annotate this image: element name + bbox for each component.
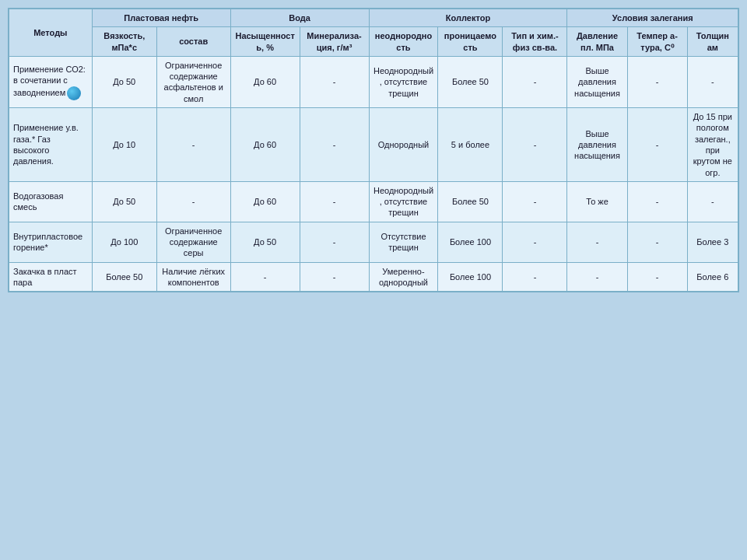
thickness-cell: Более 3 [687,222,738,262]
table-row: Закачка в пласт параБолее 50Наличие лёгк… [9,262,738,292]
method-cell: Закачка в пласт пара [9,262,93,292]
type-cell: - [503,222,567,262]
table-row: Водогазовая смесьДо 50-До 60-Неоднородны… [9,181,738,222]
conditions-group-header: Условия залегания [567,9,738,27]
thickness-cell: До 15 при пологом залеган., при крутом н… [687,108,738,182]
thickness-cell: Более 6 [687,262,738,292]
data-table: Методы Пластовая нефть Вода Коллектор Ус… [9,9,738,292]
type-cell: - [503,181,567,222]
permeability-cell: Более 100 [438,222,503,262]
type-cell: - [503,262,567,292]
saturation-cell: До 60 [230,56,300,107]
temperature-header: Темпер а-тура, С⁰ [627,27,687,57]
heterogeneity-cell: Умеренно-однородный [369,262,438,292]
mineralization-cell: - [300,181,369,222]
composition-cell: - [156,181,230,222]
info-circle-icon[interactable] [67,86,81,100]
pressure-cell: Выше давления насыщения [567,56,627,107]
thickness-cell: - [687,181,738,222]
temperature-cell: - [627,262,687,292]
temperature-cell: - [627,108,687,182]
saturation-cell: До 50 [230,222,300,262]
table-row: Внутрипластовое горение*До 100Ограниченн… [9,222,738,262]
composition-cell: Ограниченное содержание серы [156,222,230,262]
method-cell: Применение СО2: в сочетании с заводнение… [9,56,93,107]
heterogeneity-header: неоднородность [369,27,438,57]
table-row: Применение у.в. газа.* Газ высокого давл… [9,108,738,182]
temperature-cell: - [627,56,687,107]
pressure-cell: То же [567,181,627,222]
viscosity-cell: До 50 [92,181,156,222]
composition-cell: Наличие лёгких компонентов [156,262,230,292]
viscosity-header: Вязкость, мПа*с [92,27,156,57]
mineralization-cell: - [300,262,369,292]
collector-group-header: Коллектор [369,9,567,27]
viscosity-cell: Более 50 [92,262,156,292]
table-body: Применение СО2: в сочетании с заводнение… [9,56,738,291]
saturation-cell: До 60 [230,181,300,222]
mineralization-cell: - [300,222,369,262]
methods-header: Методы [9,9,93,57]
composition-cell: - [156,108,230,182]
permeability-cell: 5 и более [438,108,503,182]
temperature-cell: - [627,181,687,222]
method-cell: Внутрипластовое горение* [9,222,93,262]
heterogeneity-cell: Неоднородный, отсутствие трещин [369,56,438,107]
type-cell: - [503,108,567,182]
method-cell: Водогазовая смесь [9,181,93,222]
viscosity-cell: До 50 [92,56,156,107]
pressure-cell: Выше давления насыщения [567,108,627,182]
composition-header: состав [156,27,230,57]
thickness-header: Толщин ам [687,27,738,57]
header-row-1: Методы Пластовая нефть Вода Коллектор Ус… [9,9,738,27]
mineralization-header: Минерализа-ция, г/м³ [300,27,369,57]
method-cell: Применение у.в. газа.* Газ высокого давл… [9,108,93,182]
thickness-cell: - [687,56,738,107]
heterogeneity-cell: Отсутствие трещин [369,222,438,262]
composition-cell: Ограниченное содержание асфальтенов и см… [156,56,230,107]
temperature-cell: - [627,222,687,262]
water-group-header: Вода [230,9,369,27]
saturation-header: Насыщенность, % [230,27,300,57]
permeability-cell: Более 100 [438,262,503,292]
heterogeneity-cell: Однородный [369,108,438,182]
type-cell: - [503,56,567,107]
table-row: Применение СО2: в сочетании с заводнение… [9,56,738,107]
saturation-cell: - [230,262,300,292]
mineralization-cell: - [300,108,369,182]
viscosity-cell: До 10 [92,108,156,182]
pressure-cell: - [567,222,627,262]
main-table-wrapper: Методы Пластовая нефть Вода Коллектор Ус… [8,8,739,292]
type-header: Тип и хим.-физ св-ва. [503,27,567,57]
header-row-2: Вязкость, мПа*с состав Насыщенность, % М… [9,27,738,57]
viscosity-cell: До 100 [92,222,156,262]
saturation-cell: До 60 [230,108,300,182]
pressure-cell: - [567,262,627,292]
permeability-cell: Более 50 [438,181,503,222]
permeability-cell: Более 50 [438,56,503,107]
mineralization-cell: - [300,56,369,107]
heterogeneity-cell: Неоднородный, отсутствие трещин [369,181,438,222]
permeability-header: проницаемость [438,27,503,57]
oil-group-header: Пластовая нефть [92,9,230,27]
pressure-header: Давление пл. МПа [567,27,627,57]
